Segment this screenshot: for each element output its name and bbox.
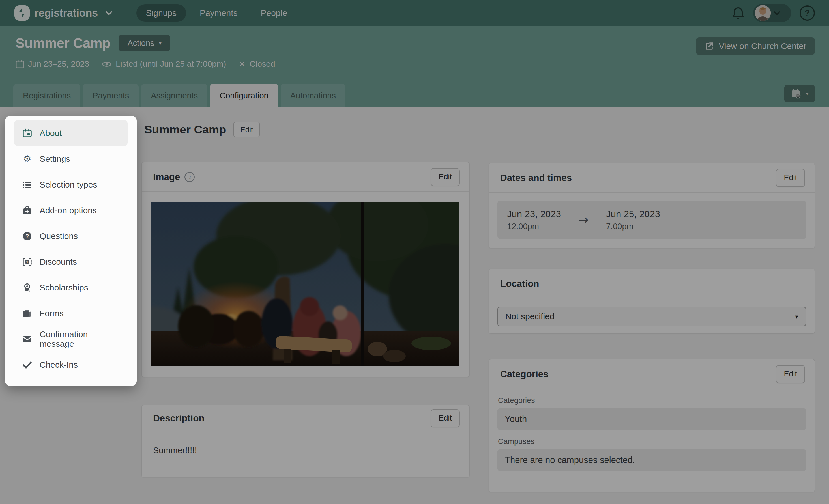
sidebar-item-label: Settings [40,154,70,164]
sidebar-item-label: Add-on options [40,206,97,215]
sidebar-item-label: Questions [40,231,78,241]
sidebar-item-discounts[interactable]: 1 Discounts [14,249,128,275]
sidebar-item-check-ins[interactable]: Check-Ins [14,352,128,378]
sidebar-item-label: Discounts [40,257,77,267]
sidebar-item-label: About [40,128,62,138]
briefcase-plus-icon [22,205,32,216]
sidebar-item-scholarships[interactable]: Scholarships [14,275,128,300]
svg-text:1: 1 [26,260,28,264]
sidebar-item-label: Scholarships [40,283,88,293]
sidebar-item-questions[interactable]: ? Questions [14,223,128,249]
sidebar-item-label: Confirmation message [40,329,120,349]
svg-text:?: ? [26,233,29,239]
sidebar-item-settings[interactable]: ⚙ Settings [14,146,128,172]
sidebar-item-selection-types[interactable]: Selection types [14,172,128,197]
sidebar-item-label: Selection types [40,180,97,190]
award-icon [22,282,32,293]
gear-icon: ⚙ [22,154,32,164]
configuration-menu: About ⚙ Settings Selection types Add-on … [5,116,137,386]
checkmark-icon [22,360,32,370]
pages-icon [22,308,32,318]
sidebar-item-confirmation-message[interactable]: Confirmation message [14,326,128,352]
sidebar-item-label: Check-Ins [40,360,78,370]
sidebar-item-label: Forms [40,309,64,318]
list-icon [22,180,32,190]
sidebar-item-add-on-options[interactable]: Add-on options [14,197,128,223]
sidebar-item-about[interactable]: About [14,120,128,146]
question-circle-icon: ? [22,231,32,241]
coupon-icon: 1 [22,257,32,267]
calendar-icon [22,128,32,138]
sidebar-item-forms[interactable]: Forms [14,300,128,326]
envelope-icon [22,334,32,344]
